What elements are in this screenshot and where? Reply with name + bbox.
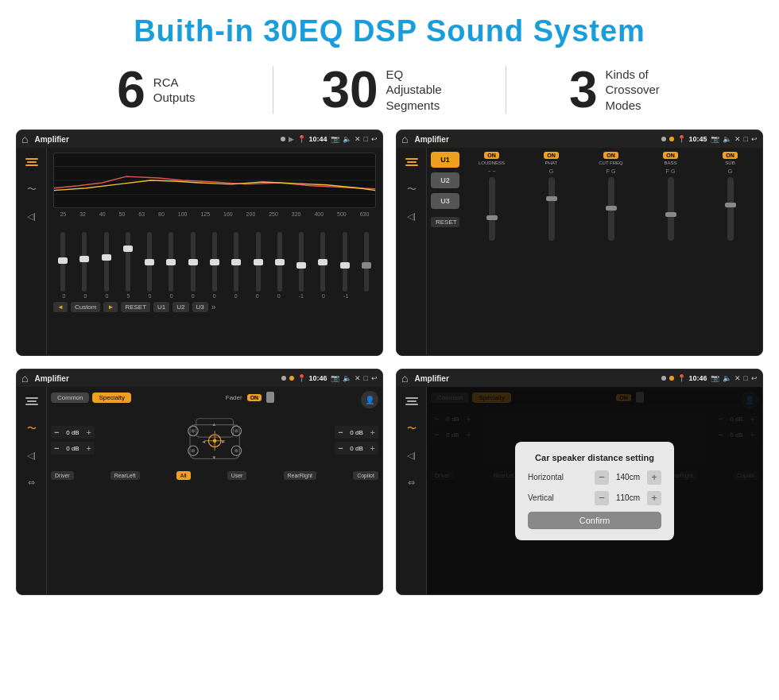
preset-u2[interactable]: U2 <box>431 172 459 188</box>
slider-phat[interactable] <box>548 177 555 241</box>
stat-crossover: 3 Kinds ofCrossover Modes <box>514 64 731 115</box>
user-btn[interactable]: User <box>227 471 247 480</box>
prev-button[interactable]: ◄ <box>53 302 68 312</box>
sidebar-speaker-icon-2[interactable]: ◁| <box>402 208 421 224</box>
horizontal-plus[interactable]: + <box>647 470 661 485</box>
toggle-bass[interactable]: ON <box>663 152 678 159</box>
status-dot-2 <box>661 137 666 141</box>
sidebar-wave-icon-2[interactable]: 〜 <box>402 181 421 197</box>
toggle-cutfreq[interactable]: ON <box>603 152 618 159</box>
db-minus-3[interactable]: − <box>338 427 343 437</box>
eq-slider-12[interactable] <box>292 232 311 292</box>
eq-slider-8[interactable] <box>205 232 224 292</box>
home-icon-2[interactable]: ⌂ <box>401 133 408 145</box>
reset-button-2[interactable]: RESET <box>431 217 459 227</box>
preset-u3[interactable]: U3 <box>431 193 459 209</box>
db-row-1: − 0 dB + <box>51 426 95 439</box>
toggle-sub[interactable]: ON <box>723 152 738 159</box>
tab-specialty-3[interactable]: Specialty <box>92 393 130 403</box>
vertical-plus[interactable]: + <box>647 491 661 505</box>
db-minus-1[interactable]: − <box>54 427 59 437</box>
sidebar-eq-icon-4[interactable] <box>402 393 421 409</box>
home-icon[interactable]: ⌂ <box>21 133 28 145</box>
sidebar-eq-icon-2[interactable] <box>402 154 421 170</box>
eq-slider-3[interactable] <box>97 232 116 292</box>
expand-icon[interactable]: » <box>211 303 216 311</box>
db-plus-4[interactable]: + <box>370 443 375 453</box>
eq-values: 00050000000-10-1 <box>53 293 376 299</box>
play-icon-1: ▶ <box>289 135 294 143</box>
u3-button[interactable]: U3 <box>192 302 208 312</box>
eq-slider-7[interactable] <box>184 232 203 292</box>
eq-slider-13[interactable] <box>313 232 332 292</box>
home-icon-3[interactable]: ⌂ <box>21 372 28 385</box>
sidebar-speaker-icon[interactable]: ◁| <box>22 208 41 224</box>
amp3-content: Common Specialty Fader ON 👤 − 0 dB <box>47 387 382 594</box>
sidebar-wave-icon[interactable]: 〜 <box>22 181 41 197</box>
toggle-loudness[interactable]: ON <box>484 152 499 159</box>
sidebar-speaker-icon-4[interactable]: ◁| <box>402 447 421 463</box>
slider-sub[interactable] <box>727 177 734 241</box>
vertical-minus[interactable]: − <box>595 491 609 505</box>
all-btn[interactable]: All <box>176 471 191 480</box>
back-icon-3: ↩ <box>371 374 378 382</box>
sidebar-eq-icon[interactable] <box>22 154 41 170</box>
back-icon-2: ↩ <box>751 135 758 143</box>
copilot-btn[interactable]: Copilot <box>353 471 378 480</box>
rearleft-btn[interactable]: RearLeft <box>110 471 140 480</box>
eq-slider-6[interactable] <box>161 232 180 292</box>
status-dot-orange-4 <box>669 376 674 381</box>
sidebar-speaker-icon-3[interactable]: ◁| <box>22 447 41 463</box>
reset-button-1[interactable]: RESET <box>121 302 150 312</box>
status-bar-1: ⌂ Amplifier ▶ 📍 10:44 📷 🔈 ✕ □ ↩ <box>17 130 382 148</box>
toggle-phat[interactable]: ON <box>544 152 559 159</box>
eq-slider-1[interactable] <box>53 232 72 292</box>
eq-slider-5[interactable] <box>140 232 159 292</box>
svg-point-6 <box>191 429 195 433</box>
fader-on[interactable]: ON <box>247 394 262 401</box>
eq-slider-14[interactable] <box>335 232 354 292</box>
tab-common-3[interactable]: Common <box>51 393 89 403</box>
eq-slider-9[interactable] <box>227 232 246 292</box>
rearright-btn[interactable]: RearRight <box>284 471 317 480</box>
u2-button[interactable]: U2 <box>172 302 188 312</box>
db-val-3: 0 dB <box>346 429 368 436</box>
eq-slider-11[interactable] <box>270 232 289 292</box>
next-button[interactable]: ► <box>103 302 118 312</box>
left-sidebar-4: 〜 ◁| ⇔ <box>397 387 427 594</box>
eq-content: 2532 4050 6380 100125 160200 250320 4005… <box>47 148 382 355</box>
db-plus-3[interactable]: + <box>370 427 375 437</box>
db-plus-2[interactable]: + <box>86 443 91 453</box>
home-icon-4[interactable]: ⌂ <box>401 372 408 385</box>
preset-u1[interactable]: U1 <box>431 152 459 168</box>
slider-cutfreq[interactable] <box>608 177 614 241</box>
stat-eq: 30 EQ AdjustableSegments <box>281 64 498 115</box>
driver-btn[interactable]: Driver <box>51 471 74 480</box>
eq-slider-15[interactable] <box>357 232 376 292</box>
db-minus-4[interactable]: − <box>338 443 343 453</box>
sidebar-expand-icon-3[interactable]: ⇔ <box>22 474 41 490</box>
u1-button[interactable]: U1 <box>153 302 169 312</box>
sidebar-expand-icon-4[interactable]: ⇔ <box>402 474 421 490</box>
sidebar-wave-icon-4[interactable]: 〜 <box>402 420 421 436</box>
confirm-button[interactable]: Confirm <box>528 512 661 529</box>
eq-slider-2[interactable] <box>75 232 94 292</box>
slider-bass[interactable] <box>668 177 674 241</box>
label-phat: PHAT <box>545 160 558 165</box>
back-icon-4: ↩ <box>751 374 758 382</box>
svg-text:►: ► <box>221 439 226 444</box>
db-val-2: 0 dB <box>61 445 83 452</box>
location-icon-3: 📍 <box>297 374 306 382</box>
fader-label: Fader <box>226 394 242 401</box>
db-minus-2[interactable]: − <box>54 443 59 453</box>
status-dot-orange-3 <box>289 376 294 381</box>
horizontal-minus[interactable]: − <box>595 470 609 485</box>
slider-loudness[interactable] <box>489 177 495 241</box>
sidebar-wave-icon-3[interactable]: 〜 <box>22 420 41 436</box>
db-plus-1[interactable]: + <box>86 427 91 437</box>
user-icon-3[interactable]: 👤 <box>361 391 378 408</box>
eq-slider-4[interactable] <box>118 232 138 292</box>
eq-slider-10[interactable] <box>248 232 267 292</box>
stat-label-rca: RCAOutputs <box>153 75 196 106</box>
sidebar-eq-icon-3[interactable] <box>22 393 41 409</box>
